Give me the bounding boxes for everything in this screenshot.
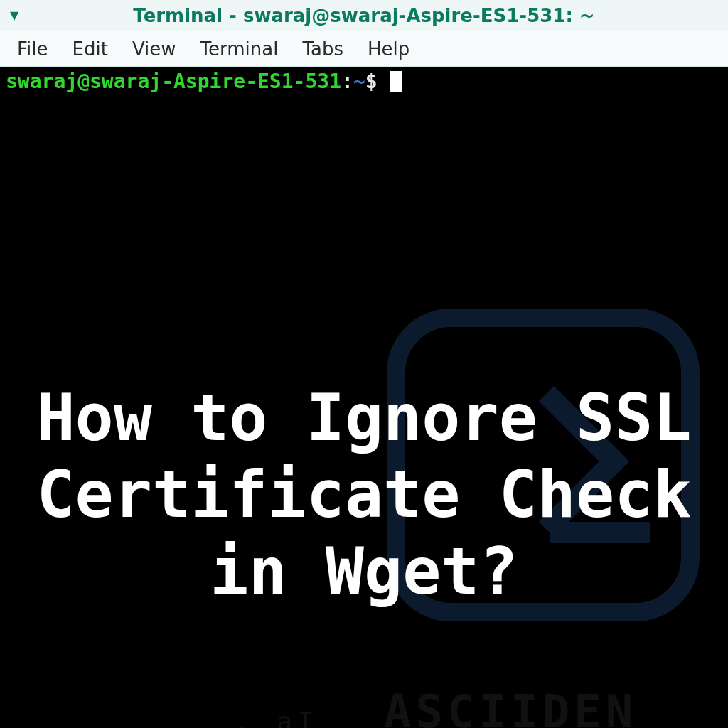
prompt-colon: :	[341, 70, 353, 93]
menu-help[interactable]: Help	[368, 38, 410, 60]
terminal-cursor-icon	[390, 71, 402, 92]
window-titlebar: ▼ Terminal - swaraj@swaraj-Aspire-ES1-53…	[0, 0, 728, 31]
watermark-underscore-icon	[550, 522, 650, 543]
watermark-chevron-icon	[478, 386, 629, 537]
prompt-dollar: $	[365, 70, 390, 93]
window-dropdown-icon[interactable]: ▼	[10, 9, 18, 22]
watermark-terminal-icon	[387, 309, 700, 621]
window-title: Terminal - swaraj@swaraj-Aspire-ES1-531:…	[133, 5, 594, 26]
menu-edit[interactable]: Edit	[73, 38, 108, 60]
prompt-user-host: swaraj@swaraj-Aspire-ES1-531	[6, 70, 341, 93]
menu-view[interactable]: View	[132, 38, 176, 60]
watermark-logo	[344, 287, 728, 685]
menu-tabs[interactable]: Tabs	[302, 38, 343, 60]
watermark-text-left: . aI	[235, 707, 319, 728]
menu-file[interactable]: File	[17, 38, 48, 60]
terminal-viewport[interactable]: swaraj@swaraj-Aspire-ES1-531:~$ ASCIIDEN…	[0, 67, 728, 728]
menu-terminal[interactable]: Terminal	[200, 38, 279, 60]
prompt-line: swaraj@swaraj-Aspire-ES1-531:~$	[6, 70, 722, 93]
prompt-cwd: ~	[353, 70, 365, 93]
menu-bar: File Edit View Terminal Tabs Help	[0, 31, 728, 67]
article-heading: How to Ignore SSL Certificate Check in W…	[5, 380, 723, 610]
terminal-window: ▼ Terminal - swaraj@swaraj-Aspire-ES1-53…	[0, 0, 728, 728]
watermark-text-right: ASCIIDEN	[384, 685, 637, 728]
